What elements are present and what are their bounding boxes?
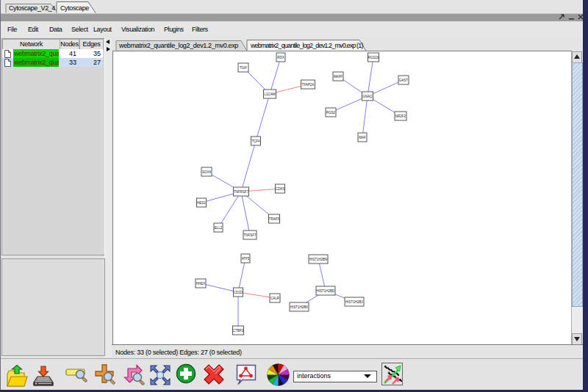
svg-text:HHEX: HHEX (196, 282, 206, 286)
svg-text:webmatrix2_quantile_log2_dev1.: webmatrix2_quantile_log2_dev1.2_mv0.exp … (250, 42, 363, 49)
svg-text:HIST1H2BK: HIST1H2BK (290, 305, 309, 309)
svg-text:TFAP2A: TFAP2A (302, 83, 315, 87)
svg-text:RGS16: RGS16 (368, 56, 379, 59)
svg-text:Cytoscape_V2_4: Cytoscape_V2_4 (9, 4, 55, 12)
svg-text:TRAF5: TRAF5 (269, 217, 280, 221)
svg-text:RGS2: RGS2 (326, 111, 336, 115)
svg-text:ATF5: ATF5 (242, 257, 250, 261)
svg-text:GNAQ: GNAQ (362, 95, 373, 98)
svg-text:Cytoscape: Cytoscape (60, 4, 89, 12)
svg-text:webmatrix2_quantile_log2_dev1.: webmatrix2_quantile_log2_dev1.2_mv0.exp (118, 42, 238, 49)
svg-text:HIST1H2BD: HIST1H2BD (317, 289, 336, 293)
svg-text:L1CAM: L1CAM (264, 92, 275, 96)
svg-text:TNFSF7: TNFSF7 (243, 233, 256, 237)
svg-text:TNFRSF7: TNFRSF7 (234, 190, 249, 194)
svg-text:HIST1H2BN: HIST1H2BN (309, 258, 328, 261)
svg-text:CDK5: CDK5 (276, 187, 285, 191)
svg-text:SOX4: SOX4 (202, 170, 212, 174)
svg-text:CALR: CALR (270, 297, 280, 300)
svg-text:HES1: HES1 (197, 201, 206, 205)
svg-text:ELL2: ELL2 (215, 226, 223, 230)
svg-text:CD1D: CD1D (234, 291, 243, 294)
svg-text:MAF: MAF (359, 136, 366, 139)
svg-text:HIST1H2BJ: HIST1H2BJ (345, 300, 363, 304)
svg-text:TGIF: TGIF (240, 66, 247, 70)
svg-text:GAST: GAST (399, 79, 409, 82)
svg-text:MAFF: MAFF (334, 75, 343, 79)
svg-text:TCF4: TCF4 (251, 139, 260, 143)
svg-text:RDX: RDX (277, 56, 284, 59)
svg-text:CTBP2: CTBP2 (233, 329, 244, 333)
svg-text:NR2F2: NR2F2 (395, 115, 406, 118)
